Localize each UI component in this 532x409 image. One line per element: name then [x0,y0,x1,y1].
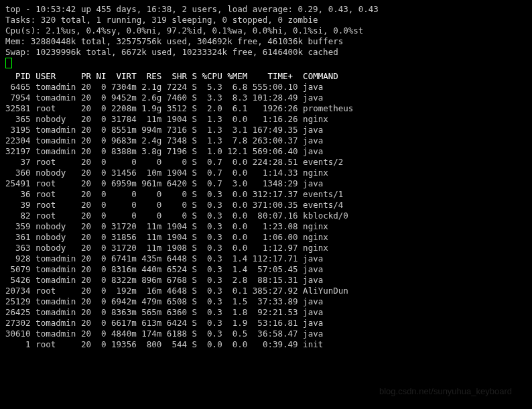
table-row: 928 tomadmin 20 0 6741m 435m 6448 S 0.3 … [5,253,353,264]
cell-shr: 1904 [161,221,187,232]
cell-time: 1:16.26 [247,114,297,125]
cell-res: 565m [137,307,162,318]
cell-virt: 31856 [107,232,137,243]
cell-res: 479m [137,296,162,307]
cell-virt: 2208m [107,103,137,114]
cell-pr: 20 [76,243,91,253]
cell-virt: 4840m [107,329,137,339]
cell-s: S [187,264,197,275]
cell-pr: 20 [76,146,91,157]
table-row: 365 nobody 20 0 31784 11m 1904 S 1.3 0.0… [5,114,353,125]
cell-cpu: 2.0 [197,103,222,114]
cell-cmd: java [298,146,354,157]
cell-time: 371:00.35 [247,200,297,211]
cell-pid: 82 [5,211,31,221]
cell-pr: 20 [76,178,91,189]
cell-ni: 0 [91,93,107,103]
col-%cpu: %CPU [197,71,222,82]
cell-pr: 20 [76,114,91,125]
table-row: 6465 tomadmin 20 0 7304m 2.1g 7224 S 5.3… [5,82,353,93]
cell-cpu: 0.3 [197,232,222,243]
cell-s: S [187,178,197,189]
col-user: USER [31,71,76,82]
cell-ni: 0 [91,339,107,350]
cell-user: root [31,157,76,168]
cell-res: 174m [137,329,162,339]
cursor [5,58,527,71]
cell-pid: 30610 [5,329,31,339]
cell-s: S [187,286,197,296]
col-res: RES [137,71,162,82]
watermark: blog.csdn.net/sunyuhua_keyboard [379,386,512,397]
cell-shr: 6188 [161,329,187,339]
cell-pr: 20 [76,339,91,350]
cell-cpu: 1.3 [197,125,222,135]
cell-pr: 20 [76,275,91,286]
col-pr: PR [76,71,91,82]
cell-user: root [31,103,76,114]
cell-virt: 0 [107,157,137,168]
cell-time: 92:21.53 [247,307,297,318]
cell-cpu: 0.3 [197,211,222,221]
cell-virt: 8322m [107,275,137,286]
table-row: 5426 tomadmin 20 0 8322m 896m 6768 S 0.3… [5,275,353,286]
cell-pr: 20 [76,125,91,135]
cell-user: root [31,178,76,189]
cell-ni: 0 [91,275,107,286]
cell-s: S [187,200,197,211]
cell-cmd: nginx [298,114,354,125]
cell-pid: 7954 [5,93,31,103]
cell-cmd: AliYunDun [298,286,354,296]
cell-time: 569:06.40 [247,146,297,157]
cell-virt: 0 [107,189,137,200]
summary-line-5: Swap: 10239996k total, 6672k used, 10233… [5,47,527,58]
cell-shr: 4648 [161,286,187,296]
cell-ni: 0 [91,178,107,189]
cell-pr: 20 [76,211,91,221]
cell-mem: 6.8 [222,82,248,93]
cell-pid: 36 [5,189,31,200]
cell-virt: 6741m [107,253,137,264]
table-row: 25129 tomadmin 20 0 6942m 479m 6508 S 0.… [5,296,353,307]
cell-cmd: nginx [298,221,354,232]
cell-mem: 7.8 [222,135,248,146]
cell-res: 0 [137,200,162,211]
table-row: 37 root 20 0 0 0 0 S 0.7 0.0 224:28.51 e… [5,157,353,168]
cell-s: S [187,93,197,103]
cell-user: tomadmin [31,329,76,339]
cell-res: 440m [137,264,162,275]
cell-user: tomadmin [31,82,76,93]
cell-shr: 1904 [161,232,187,243]
cell-shr: 0 [161,189,187,200]
cell-cmd: nginx [298,243,354,253]
cell-pid: 360 [5,168,31,178]
summary-line-3: Cpu(s): 2.1%us, 0.4%sy, 0.0%ni, 97.2%id,… [5,25,527,36]
cell-virt: 6617m [107,318,137,329]
cell-mem: 12.1 [222,146,248,157]
cell-cpu: 0.7 [197,157,222,168]
cell-pr: 20 [76,189,91,200]
table-row: 22304 tomadmin 20 0 9683m 2.4g 7348 S 1.… [5,135,353,146]
cell-cpu: 0.7 [197,178,222,189]
cell-time: 101:28.49 [247,93,297,103]
col-time+: TIME+ [247,71,297,82]
cell-pid: 32581 [5,103,31,114]
cell-res: 800 [137,339,162,350]
table-row: 20734 root 20 0 192m 16m 4648 S 0.3 0.1 … [5,286,353,296]
cell-cmd: java [298,296,354,307]
cell-cmd: events/2 [298,157,354,168]
cell-time: 263:00.37 [247,135,297,146]
cell-pid: 27302 [5,318,31,329]
cell-s: S [187,125,197,135]
col-%mem: %MEM [222,71,248,82]
cell-user: tomadmin [31,135,76,146]
cell-shr: 1904 [161,168,187,178]
cell-shr: 3512 [161,103,187,114]
cell-pr: 20 [76,103,91,114]
cell-res: 3.8g [137,146,162,157]
terminal[interactable]: top - 10:53:42 up 455 days, 16:38, 2 use… [0,0,532,354]
cell-mem: 0.0 [222,221,248,232]
cell-pr: 20 [76,232,91,243]
cell-shr: 0 [161,200,187,211]
cell-ni: 0 [91,318,107,329]
